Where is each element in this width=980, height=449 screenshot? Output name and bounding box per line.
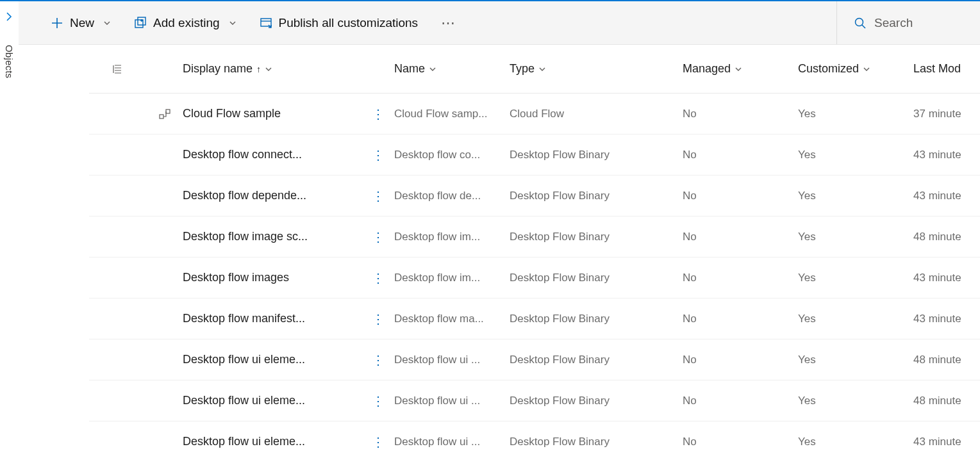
cell-managed: No	[683, 272, 697, 284]
column-last-modified[interactable]: Last Mod	[913, 62, 980, 76]
column-display-name[interactable]: Display name ↑	[183, 62, 362, 76]
row-more-button[interactable]: ⋮	[362, 270, 394, 286]
chevron-down-icon	[229, 19, 237, 27]
column-managed[interactable]: Managed	[683, 62, 798, 76]
cell-name: Desktop flow ui ...	[394, 354, 480, 366]
col-label: Managed	[683, 62, 731, 76]
cell-display-name: Desktop flow ui eleme...	[183, 353, 305, 366]
search-box[interactable]	[836, 1, 980, 44]
more-commands-button[interactable]: ⋯	[441, 15, 456, 31]
cell-type: Desktop Flow Binary	[510, 395, 610, 407]
cell-last-modified: 48 minute	[913, 231, 961, 243]
add-existing-button[interactable]: Add existing	[134, 16, 237, 30]
svg-rect-4	[160, 115, 163, 118]
add-existing-icon	[134, 17, 147, 29]
cell-managed: No	[683, 231, 697, 243]
cell-last-modified: 37 minute	[913, 108, 961, 120]
cell-display-name: Desktop flow ui eleme...	[183, 394, 305, 407]
cell-last-modified: 43 minute	[913, 190, 961, 202]
table-row[interactable]: Desktop flow images ⋮ Desktop flow im...…	[89, 257, 980, 298]
row-more-button[interactable]: ⋮	[362, 147, 394, 163]
row-more-button[interactable]: ⋮	[362, 311, 394, 327]
cell-customized: Yes	[798, 149, 816, 161]
cell-managed: No	[683, 108, 697, 120]
cell-managed: No	[683, 149, 697, 161]
add-existing-label: Add existing	[153, 16, 220, 30]
table-header: Display name ↑ Name Type Managed	[89, 45, 980, 94]
cell-type: Desktop Flow Binary	[510, 272, 610, 284]
publish-button[interactable]: Publish all customizations	[260, 16, 419, 30]
col-label: Display name	[183, 62, 253, 76]
command-bar: New Add existing Publish all customiza	[19, 1, 980, 45]
cell-customized: Yes	[798, 190, 816, 202]
chevron-down-icon	[863, 65, 870, 73]
new-label: New	[70, 16, 94, 30]
cell-type: Desktop Flow Binary	[510, 313, 610, 325]
cell-name: Desktop flow ui ...	[394, 436, 480, 448]
cell-last-modified: 43 minute	[913, 149, 961, 161]
expand-sidebar-button[interactable]	[0, 8, 18, 26]
cell-display-name: Desktop flow depende...	[183, 189, 306, 202]
cell-type: Desktop Flow Binary	[510, 190, 610, 202]
cell-type: Desktop Flow Binary	[510, 354, 610, 366]
table-row[interactable]: Desktop flow ui eleme... ⋮ Desktop flow …	[89, 421, 980, 449]
cell-type: Desktop Flow Binary	[510, 436, 610, 448]
cell-type: Desktop Flow Binary	[510, 231, 610, 243]
cell-customized: Yes	[798, 313, 816, 325]
cell-customized: Yes	[798, 354, 816, 366]
cell-customized: Yes	[798, 231, 816, 243]
search-icon	[854, 17, 867, 29]
plus-icon	[51, 17, 63, 29]
cell-customized: Yes	[798, 436, 816, 448]
cell-managed: No	[683, 313, 697, 325]
cell-name: Desktop flow ma...	[394, 313, 484, 325]
search-input[interactable]	[874, 16, 977, 30]
column-customized[interactable]: Customized	[798, 62, 913, 76]
cell-type: Desktop Flow Binary	[510, 149, 610, 161]
table-row[interactable]: Desktop flow depende... ⋮ Desktop flow d…	[89, 176, 980, 216]
sidebar: Objects	[0, 1, 19, 449]
row-more-button[interactable]: ⋮	[362, 434, 394, 450]
chevron-down-icon	[735, 65, 742, 73]
sort-asc-icon: ↑	[256, 64, 261, 74]
cell-name: Desktop flow im...	[394, 231, 480, 243]
column-name[interactable]: Name	[394, 62, 510, 76]
cell-last-modified: 43 minute	[913, 272, 961, 284]
expand-all-icon[interactable]	[89, 63, 147, 75]
publish-icon	[260, 17, 272, 29]
row-more-button[interactable]: ⋮	[362, 188, 394, 204]
cell-managed: No	[683, 354, 697, 366]
table-row[interactable]: Desktop flow connect... ⋮ Desktop flow c…	[89, 135, 980, 176]
chevron-down-icon	[538, 65, 546, 73]
row-more-button[interactable]: ⋮	[362, 352, 394, 368]
col-label: Last Mod	[913, 62, 961, 76]
new-button[interactable]: New	[51, 16, 111, 30]
row-more-button[interactable]: ⋮	[362, 229, 394, 245]
col-label: Type	[510, 62, 535, 76]
cell-name: Desktop flow im...	[394, 272, 480, 284]
table-row[interactable]: Desktop flow ui eleme... ⋮ Desktop flow …	[89, 380, 980, 421]
cell-type: Cloud Flow	[510, 108, 564, 120]
chevron-down-icon	[265, 65, 272, 73]
chevron-down-icon	[103, 19, 111, 27]
cell-name: Desktop flow co...	[394, 149, 480, 161]
cell-last-modified: 43 minute	[913, 313, 961, 325]
table-row[interactable]: Desktop flow image sc... ⋮ Desktop flow …	[89, 216, 980, 257]
table-row[interactable]: Desktop flow ui eleme... ⋮ Desktop flow …	[89, 339, 980, 380]
svg-rect-5	[166, 110, 170, 113]
table-row[interactable]: Cloud Flow sample ⋮ Cloud Flow samp... C…	[89, 94, 980, 135]
row-type-icon	[147, 108, 183, 120]
column-type[interactable]: Type	[510, 62, 683, 76]
row-more-button[interactable]: ⋮	[362, 393, 394, 409]
col-label: Customized	[798, 62, 859, 76]
cell-name: Desktop flow ui ...	[394, 395, 480, 407]
row-more-button[interactable]: ⋮	[362, 106, 394, 122]
sidebar-tab-objects[interactable]: Objects	[4, 45, 15, 78]
table-row[interactable]: Desktop flow manifest... ⋮ Desktop flow …	[89, 298, 980, 339]
svg-rect-2	[261, 19, 271, 26]
cell-display-name: Desktop flow connect...	[183, 148, 302, 161]
cell-last-modified: 48 minute	[913, 354, 961, 366]
cell-display-name: Desktop flow image sc...	[183, 230, 308, 243]
publish-label: Publish all customizations	[279, 16, 419, 30]
cell-managed: No	[683, 190, 697, 202]
